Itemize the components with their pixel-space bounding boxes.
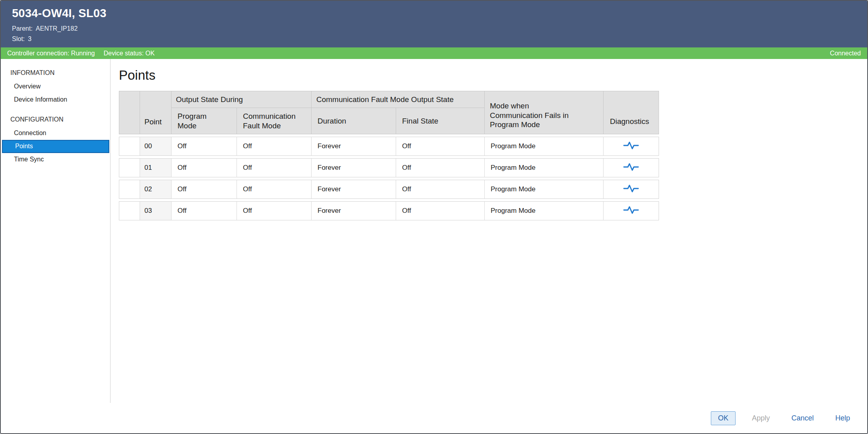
- parent-value: AENTR_IP182: [36, 25, 78, 32]
- duration-cell[interactable]: Forever: [311, 159, 396, 177]
- header-program-mode: Program Mode: [171, 108, 237, 134]
- program-mode-cell[interactable]: Off: [171, 159, 237, 177]
- main-content: Points Point Output State During Communi…: [110, 59, 867, 403]
- final-state-cell[interactable]: Off: [396, 137, 484, 155]
- row-selector-cell[interactable]: [119, 180, 140, 198]
- communication-fault-mode-cell[interactable]: Off: [237, 180, 311, 198]
- sidebar-item-connection[interactable]: Connection: [1, 127, 110, 140]
- duration-cell[interactable]: Forever: [311, 180, 396, 198]
- mode-when-fails-cell[interactable]: Program Mode: [484, 137, 603, 155]
- ok-button[interactable]: OK: [711, 411, 736, 425]
- mode-when-fails-cell[interactable]: Program Mode: [484, 202, 603, 220]
- header-diagnostics: Diagnostics: [603, 91, 659, 134]
- slot-label: Slot:: [12, 35, 25, 42]
- table-row: 00 Off Off Forever Off Program Mode: [119, 137, 659, 156]
- sidebar-item-points[interactable]: Points: [2, 140, 109, 153]
- point-cell: 01: [140, 159, 171, 177]
- sidebar-section-gap: [1, 106, 110, 113]
- diagnostics-waveform-icon[interactable]: [623, 205, 639, 217]
- device-title: 5034-OW4I, SL03: [12, 7, 867, 20]
- table-row: 03 Off Off Forever Off Program Mode: [119, 201, 659, 220]
- diagnostics-waveform-icon[interactable]: [623, 184, 639, 195]
- help-button[interactable]: Help: [830, 411, 855, 425]
- point-cell: 02: [140, 180, 171, 198]
- parent-label: Parent:: [12, 25, 33, 32]
- status-bar: Controller connection: Running Device st…: [1, 47, 867, 59]
- header-row-selector-cell: [119, 91, 140, 134]
- point-cell: 03: [140, 202, 171, 220]
- apply-button[interactable]: Apply: [747, 411, 775, 425]
- sidebar-item-time-sync[interactable]: Time Sync: [1, 153, 110, 166]
- mode-when-fails-cell[interactable]: Program Mode: [484, 159, 603, 177]
- titlebar: 5034-OW4I, SL03 Parent:AENTR_IP182 Slot:…: [1, 1, 867, 47]
- header-group-output-state-during: Output State During: [171, 91, 311, 108]
- points-table-header: Point Output State During Communication …: [119, 91, 659, 134]
- header-mode-when-comm-fails: Mode when Communication Fails in Program…: [484, 91, 603, 134]
- final-state-cell[interactable]: Off: [396, 202, 484, 220]
- page-title: Points: [119, 68, 867, 83]
- communication-fault-mode-cell[interactable]: Off: [237, 202, 311, 220]
- table-row: 02 Off Off Forever Off Program Mode: [119, 180, 659, 199]
- diagnostics-cell[interactable]: [603, 180, 659, 198]
- program-mode-cell[interactable]: Off: [171, 137, 237, 155]
- final-state-cell[interactable]: Off: [396, 159, 484, 177]
- diagnostics-cell[interactable]: [603, 159, 659, 177]
- duration-cell[interactable]: Forever: [311, 137, 396, 155]
- sidebar-item-overview[interactable]: Overview: [1, 80, 110, 93]
- category-sidebar: INFORMATION Overview Device Information …: [1, 59, 110, 403]
- device-profile-window: 5034-OW4I, SL03 Parent:AENTR_IP182 Slot:…: [0, 0, 868, 434]
- diagnostics-cell[interactable]: [603, 137, 659, 155]
- program-mode-cell[interactable]: Off: [171, 180, 237, 198]
- table-row: 01 Off Off Forever Off Program Mode: [119, 158, 659, 177]
- controller-connection-status: Controller connection: Running: [7, 50, 95, 57]
- communication-fault-mode-cell[interactable]: Off: [237, 159, 311, 177]
- diagnostics-waveform-icon[interactable]: [623, 162, 639, 174]
- program-mode-cell[interactable]: Off: [171, 202, 237, 220]
- diagnostics-waveform-icon[interactable]: [623, 141, 639, 152]
- diagnostics-cell[interactable]: [603, 202, 659, 220]
- parent-line: Parent:AENTR_IP182: [12, 24, 867, 34]
- communication-fault-mode-cell[interactable]: Off: [237, 137, 311, 155]
- row-selector-cell[interactable]: [119, 202, 140, 220]
- duration-cell[interactable]: Forever: [311, 202, 396, 220]
- slot-value: 3: [28, 35, 32, 42]
- header-final-state: Final State: [396, 108, 484, 134]
- row-selector-cell[interactable]: [119, 159, 140, 177]
- header-duration: Duration: [311, 108, 396, 134]
- row-selector-cell[interactable]: [119, 137, 140, 155]
- cancel-button[interactable]: Cancel: [786, 411, 819, 425]
- sidebar-item-device-information[interactable]: Device Information: [1, 93, 110, 106]
- slot-line: Slot:3: [12, 34, 867, 44]
- header-communication-fault-mode: Communication Fault Mode: [237, 108, 311, 134]
- sidebar-section-configuration: CONFIGURATION: [1, 113, 110, 127]
- final-state-cell[interactable]: Off: [396, 180, 484, 198]
- header-point: Point: [140, 91, 171, 134]
- point-cell: 00: [140, 137, 171, 155]
- connection-state: Connected: [830, 50, 861, 57]
- sidebar-section-information: INFORMATION: [1, 66, 110, 80]
- header-group-comm-fault-output-state: Communication Fault Mode Output State: [311, 91, 484, 108]
- device-status: Device status: OK: [104, 50, 155, 57]
- dialog-footer: OK Apply Cancel Help: [1, 403, 867, 433]
- body-area: INFORMATION Overview Device Information …: [1, 59, 867, 403]
- mode-when-fails-cell[interactable]: Program Mode: [484, 180, 603, 198]
